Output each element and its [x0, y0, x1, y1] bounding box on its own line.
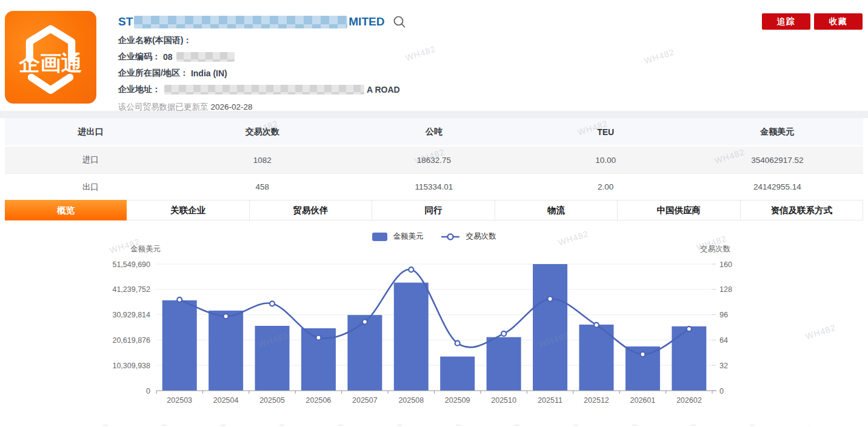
- tab-peers[interactable]: 同行: [372, 200, 495, 220]
- table-header-row: 进出口 交易次数 公吨 TEU 金额美元: [5, 118, 863, 145]
- cell: 458: [176, 182, 348, 191]
- field-label: 企业所在国/地区：: [118, 68, 189, 79]
- company-name-prefix: ST: [118, 15, 133, 28]
- svg-text:51,549,690: 51,549,690: [112, 260, 150, 269]
- next-section-peek: [103, 425, 809, 426]
- table-row-import: 进口 1082 18632.75 10.00 354062917.52: [5, 145, 863, 173]
- svg-text:30,929,814: 30,929,814: [112, 311, 150, 319]
- svg-text:0: 0: [719, 387, 724, 396]
- field-company-code: 企业编码： 08: [118, 51, 406, 62]
- amount-legend-swatch[interactable]: [372, 233, 387, 241]
- cell: 出口: [5, 182, 176, 193]
- svg-text:202505: 202505: [259, 396, 285, 405]
- col-header-teu: TEU: [520, 127, 692, 137]
- field-label: 企业编码：: [118, 51, 161, 62]
- tab-china-suppliers[interactable]: 中国供应商: [618, 200, 740, 220]
- amount-legend-label[interactable]: 金额美元: [393, 231, 424, 242]
- tab-related-companies[interactable]: 关联企业: [127, 200, 249, 220]
- company-header: 企画通 STMITED 企业名称(本国语)： 企业编码： 08 企业所在国/地区…: [0, 0, 868, 111]
- chart-legend: 金额美元 交易次数: [0, 220, 868, 241]
- trend-chart: 0010,309,9383220,619,8766430,929,8149641…: [0, 241, 868, 423]
- svg-text:交易次数: 交易次数: [700, 245, 731, 253]
- favorite-button[interactable]: 收藏: [814, 13, 863, 30]
- field-value: A ROAD: [367, 85, 400, 94]
- trade-summary-table: 进出口 交易次数 公吨 TEU 金额美元 进口 1082 18632.75 10…: [5, 118, 863, 200]
- svg-text:202601: 202601: [630, 396, 656, 405]
- tab-logistics[interactable]: 物流: [495, 200, 618, 220]
- svg-text:202602: 202602: [676, 396, 702, 405]
- cell: 24142955.14: [692, 182, 863, 191]
- cell: 354062917.52: [692, 156, 863, 165]
- svg-text:64: 64: [719, 336, 728, 345]
- cell: 2.00: [520, 182, 692, 191]
- field-label: 企业地址：: [118, 84, 161, 95]
- svg-text:金额美元: 金额美元: [130, 245, 161, 253]
- svg-text:202511: 202511: [538, 396, 563, 405]
- search-icon[interactable]: [393, 15, 406, 28]
- header-actions: 追踪 收藏: [762, 13, 863, 30]
- svg-text:202510: 202510: [491, 396, 516, 405]
- svg-text:128: 128: [719, 285, 732, 294]
- company-name-suffix: MITED: [349, 15, 384, 28]
- cell: 10.00: [520, 156, 692, 165]
- tab-overview[interactable]: 概览: [5, 200, 127, 220]
- svg-text:32: 32: [719, 362, 728, 370]
- cell: 18632.75: [348, 156, 519, 165]
- tab-trade-partners[interactable]: 贸易伙伴: [250, 200, 372, 220]
- cell: 1082: [176, 156, 348, 165]
- svg-text:202507: 202507: [352, 396, 378, 405]
- company-trade-profile-page: 企画通 STMITED 企业名称(本国语)： 企业编码： 08 企业所在国/地区…: [0, 0, 868, 427]
- col-header-direction: 进出口: [5, 127, 176, 137]
- field-address: 企业地址： A ROAD: [118, 84, 406, 94]
- transactions-legend-label[interactable]: 交易次数: [466, 231, 496, 242]
- update-date: 2026-02-28: [211, 102, 253, 111]
- col-header-metric-tons: 公吨: [348, 127, 519, 137]
- address-redacted: [164, 85, 364, 94]
- svg-text:202504: 202504: [213, 396, 239, 405]
- company-name: STMITED: [118, 15, 406, 29]
- monthly-trend-chart-section: 金额美元 交易次数 0010,309,9383220,619,8766430,9…: [0, 220, 868, 427]
- table-row-export: 出口 458 115334.01 2.00 24142955.14: [5, 173, 863, 200]
- company-code-redacted: [176, 52, 235, 62]
- field-country: 企业所在国/地区： India (IN): [118, 68, 406, 78]
- col-header-amount-usd: 金额美元: [692, 127, 863, 137]
- svg-text:202508: 202508: [398, 396, 424, 405]
- field-native-name: 企业名称(本国语)：: [118, 35, 406, 45]
- svg-text:10,309,938: 10,309,938: [112, 362, 150, 370]
- svg-text:0: 0: [146, 387, 150, 396]
- field-value: India (IN): [191, 68, 227, 78]
- qihuatong-logo: 企画通: [5, 11, 96, 104]
- col-header-transactions: 交易次数: [176, 127, 348, 137]
- svg-text:202503: 202503: [167, 396, 192, 405]
- cell: 115334.01: [348, 182, 519, 191]
- svg-text:41,239,752: 41,239,752: [112, 285, 150, 294]
- svg-text:202512: 202512: [584, 396, 609, 405]
- svg-text:96: 96: [719, 311, 728, 319]
- svg-text:20,619,876: 20,619,876: [112, 336, 150, 345]
- section-divider: [0, 111, 868, 118]
- tab-credit-contact[interactable]: 资信及联系方式: [741, 200, 863, 220]
- logo-text: 企画通: [18, 51, 82, 74]
- company-info: STMITED 企业名称(本国语)： 企业编码： 08 企业所在国/地区： In…: [118, 15, 406, 113]
- field-label: 企业名称(本国语)：: [118, 35, 192, 46]
- svg-text:202506: 202506: [306, 396, 332, 405]
- field-value: 08: [163, 52, 173, 62]
- svg-text:160: 160: [719, 260, 732, 269]
- cell: 进口: [5, 154, 176, 165]
- shield-logo-icon: 企画通: [5, 11, 96, 104]
- company-name-redacted: [134, 16, 347, 28]
- transactions-legend-icon[interactable]: [441, 233, 460, 241]
- section-tabs: 概览 关联企业 贸易伙伴 同行 物流 中国供应商 资信及联系方式: [5, 200, 863, 220]
- track-button[interactable]: 追踪: [762, 13, 810, 30]
- svg-text:202509: 202509: [445, 396, 470, 405]
